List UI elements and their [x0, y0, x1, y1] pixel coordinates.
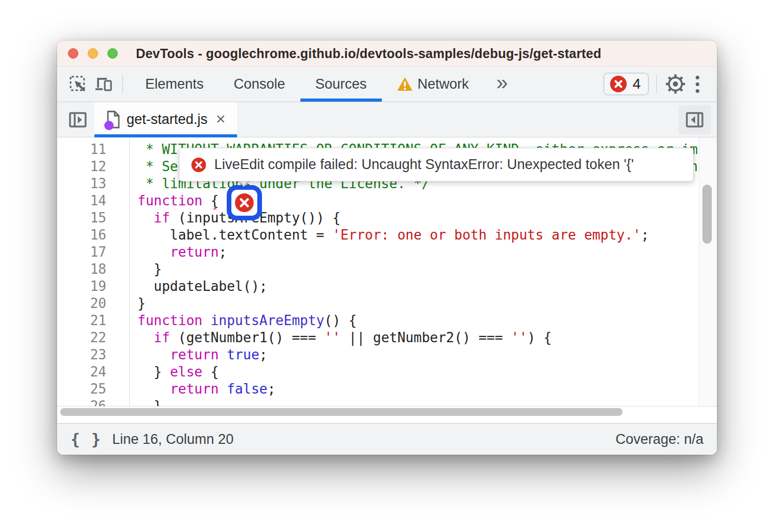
cursor-position: Line 16, Column 20 — [112, 431, 233, 447]
modified-dot-icon — [104, 121, 114, 130]
error-circle-icon — [234, 193, 254, 213]
vertical-scrollbar-thumb[interactable] — [702, 185, 712, 244]
coverage-status: Coverage: n/a — [615, 431, 703, 447]
error-circle-icon — [191, 157, 206, 173]
line-number[interactable]: 17 — [57, 244, 106, 261]
code-line[interactable]: return true; — [137, 346, 698, 363]
chevron-double-right-icon: » — [496, 72, 508, 93]
code-line[interactable]: label.textContent = 'Error: one or both … — [137, 227, 698, 244]
gear-icon — [665, 73, 686, 95]
console-error-badge[interactable]: 4 — [603, 73, 649, 95]
title-bar: DevTools - googlechrome.github.io/devtoo… — [57, 40, 717, 66]
code-line[interactable]: function inputsAreEmpty() { — [137, 312, 698, 329]
line-number[interactable]: 21 — [57, 312, 106, 329]
code-line[interactable]: return; — [137, 244, 698, 261]
toggle-device-toolbar-button[interactable] — [92, 73, 115, 95]
window-title: DevTools - googlechrome.github.io/devtoo… — [136, 40, 601, 66]
tab-console[interactable]: Console — [219, 66, 300, 102]
code-line[interactable]: } — [137, 261, 698, 278]
sources-tab-strip: get-started.js × — [57, 102, 717, 137]
settings-button[interactable] — [664, 73, 687, 95]
status-bar: { } Line 16, Column 20 Coverage: n/a — [57, 423, 717, 455]
code-editor: 11121314151617181920212223242526 * WITHO… — [57, 137, 717, 407]
traffic-lights — [68, 48, 118, 59]
customize-devtools-button[interactable] — [687, 73, 708, 95]
code-line[interactable]: if (inputsAreEmpty()) { — [137, 209, 698, 227]
tab-label: Elements — [145, 76, 204, 92]
devtools-toolbar: Elements Console Sources Network » — [57, 66, 717, 102]
code-line[interactable]: } — [137, 398, 698, 407]
tab-label: Sources — [315, 76, 367, 92]
hide-debugger-sidebar-button[interactable] — [679, 105, 711, 134]
more-tabs-button[interactable]: » — [484, 66, 520, 102]
zoom-window-button[interactable] — [107, 48, 118, 59]
tab-label: Console — [234, 76, 285, 92]
vertical-scrollbar[interactable] — [699, 137, 717, 406]
line-number[interactable]: 11 — [57, 141, 106, 158]
tab-label: Network — [418, 76, 469, 92]
horizontal-scrollbar[interactable] — [57, 407, 717, 423]
pretty-print-icon[interactable]: { } — [71, 430, 102, 449]
line-number[interactable]: 26 — [57, 398, 106, 407]
file-icon — [106, 110, 120, 129]
tab-sources[interactable]: Sources — [300, 66, 382, 102]
line-number[interactable]: 13 — [57, 175, 106, 192]
code-line[interactable]: function { — [137, 192, 698, 209]
line-number[interactable]: 19 — [57, 278, 106, 295]
line-number[interactable]: 18 — [57, 261, 106, 278]
tab-network[interactable]: Network — [382, 66, 484, 102]
code-line[interactable]: return false; — [137, 381, 698, 398]
file-tab-get-started[interactable]: get-started.js × — [94, 102, 237, 137]
inline-error-icon[interactable] — [227, 185, 262, 220]
close-tab-button[interactable]: × — [216, 110, 226, 129]
close-window-button[interactable] — [68, 48, 78, 59]
inspect-element-button[interactable] — [66, 73, 89, 95]
device-toolbar-icon — [94, 75, 114, 93]
toolbar-divider — [656, 75, 657, 93]
line-number[interactable]: 15 — [57, 209, 106, 227]
error-circle-icon — [610, 75, 627, 93]
code-line[interactable]: } else { — [137, 363, 698, 381]
line-number[interactable]: 12 — [57, 158, 106, 175]
livedit-error-tooltip: LiveEdit compile failed: Uncaught Syntax… — [179, 148, 694, 181]
error-count: 4 — [632, 76, 641, 92]
panel-expand-right-icon — [68, 110, 88, 130]
line-number[interactable]: 22 — [57, 329, 106, 346]
toolbar-divider — [122, 75, 123, 93]
warning-icon — [397, 77, 413, 91]
horizontal-scrollbar-thumb[interactable] — [60, 408, 623, 416]
line-number[interactable]: 16 — [57, 227, 106, 244]
line-number[interactable]: 23 — [57, 346, 106, 363]
tooltip-message: LiveEdit compile failed: Uncaught Syntax… — [214, 157, 634, 173]
line-number[interactable]: 20 — [57, 295, 106, 312]
tab-elements[interactable]: Elements — [130, 66, 219, 102]
code-line[interactable]: } — [137, 295, 698, 312]
line-number-gutter: 11121314151617181920212223242526 — [57, 137, 130, 406]
inspect-cursor-icon — [68, 75, 87, 93]
kebab-menu-icon — [696, 76, 699, 79]
devtools-window: DevTools - googlechrome.github.io/devtoo… — [57, 40, 717, 455]
code-line[interactable]: updateLabel(); — [137, 278, 698, 295]
line-number[interactable]: 14 — [57, 192, 106, 209]
panel-collapse-left-icon — [684, 109, 705, 130]
minimize-window-button[interactable] — [88, 48, 98, 59]
line-number[interactable]: 24 — [57, 363, 106, 381]
code-line[interactable]: if (getNumber1() === '' || getNumber2() … — [137, 329, 698, 346]
show-navigator-button[interactable] — [67, 109, 88, 130]
line-number[interactable]: 25 — [57, 381, 106, 398]
file-tab-label: get-started.js — [127, 111, 208, 128]
gutter-numbers: 11121314151617181920212223242526 — [57, 141, 106, 407]
